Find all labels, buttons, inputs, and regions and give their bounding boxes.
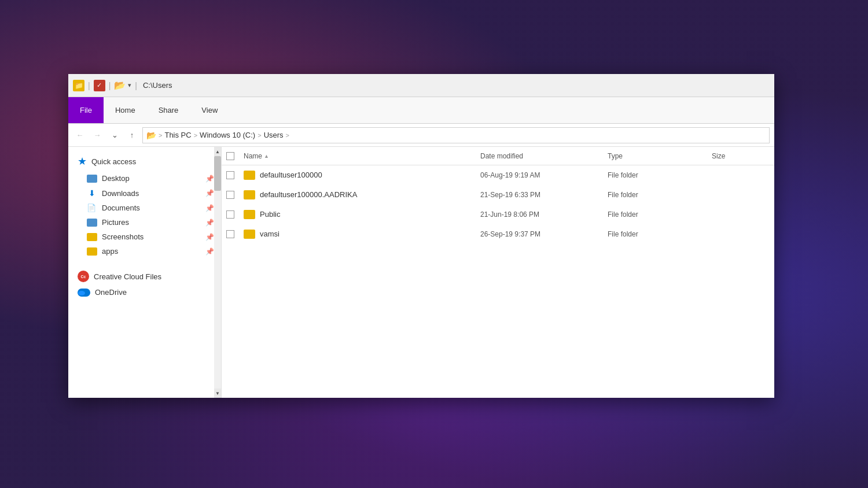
breadcrumb-sep-2: > <box>194 132 197 139</box>
documents-pin-icon: 📌 <box>205 204 214 212</box>
tab-share[interactable]: Share <box>147 97 190 123</box>
sidebar-scroll-thumb[interactable] <box>214 156 221 191</box>
header-name-col: Name ▲ <box>244 152 480 160</box>
title-separator-3: | <box>135 81 137 90</box>
sidebar-item-creative-cloud-label: Creative Cloud Files <box>94 272 161 281</box>
select-all-checkbox[interactable] <box>226 152 234 160</box>
up-button[interactable]: ↑ <box>125 128 139 142</box>
sidebar-item-apps-label: apps <box>102 247 118 256</box>
star-icon: ★ <box>78 155 87 168</box>
sidebar-scroll-down[interactable]: ▼ <box>214 389 221 398</box>
row-1-name-col: defaultuser100000.AADRIKA <box>244 190 480 199</box>
recent-locations-button[interactable]: ⌄ <box>108 128 122 142</box>
header-date-col: Date modified <box>480 152 608 160</box>
row-3-folder-icon <box>244 230 255 239</box>
table-row[interactable]: vamsi 26-Sep-19 9:37 PM File folder <box>222 224 774 244</box>
sidebar-item-onedrive[interactable]: OneDrive <box>68 285 221 300</box>
row-0-checkbox[interactable] <box>226 171 234 179</box>
breadcrumb-this-pc[interactable]: This PC <box>164 131 191 139</box>
breadcrumb-drive[interactable]: Windows 10 (C:) <box>200 131 255 139</box>
sidebar-scrollbar-track: ▲ ▼ <box>214 147 221 398</box>
breadcrumb-folder-icon: 📂 <box>146 131 156 140</box>
type-column-header[interactable]: Type <box>608 152 712 160</box>
header-checkbox-col <box>226 152 244 160</box>
sidebar-item-desktop-label: Desktop <box>102 174 130 183</box>
sidebar-quick-access-header[interactable]: ★ Quick access <box>68 151 221 171</box>
row-0-date: 06-Aug-19 9:19 AM <box>480 171 608 179</box>
row-2-date: 21-Jun-19 8:06 PM <box>480 210 608 219</box>
title-bar: 📁 | ✓ | 📂 ▾ | C:\Users <box>68 74 774 97</box>
tab-file[interactable]: File <box>68 97 104 123</box>
row-0-type: File folder <box>608 171 712 179</box>
svg-text:Cc: Cc <box>81 275 86 279</box>
breadcrumb-users[interactable]: Users <box>264 131 284 139</box>
apps-folder-icon <box>87 247 97 256</box>
row-0-folder-icon <box>244 171 255 180</box>
row-2-checkbox[interactable] <box>226 210 234 219</box>
table-row[interactable]: defaultuser100000.AADRIKA 21-Sep-19 6:33… <box>222 185 774 205</box>
row-1-type: File folder <box>608 191 712 199</box>
row-checkbox-col-0 <box>226 171 244 179</box>
table-row[interactable]: Public 21-Jun-19 8:06 PM File folder <box>222 205 774 224</box>
title-folder-small-icon: 📂 <box>114 80 126 91</box>
tab-view[interactable]: View <box>190 97 229 123</box>
breadcrumb-sep-1: > <box>159 132 162 139</box>
title-folder-icon: 📁 <box>73 80 84 91</box>
sidebar-item-documents[interactable]: 📄 Documents 📌 <box>68 201 221 215</box>
breadcrumb-sep-4: > <box>286 132 289 139</box>
sidebar-item-screenshots-label: Screenshots <box>102 232 144 241</box>
row-1-checkbox[interactable] <box>226 191 234 199</box>
apps-pin-icon: 📌 <box>205 247 214 256</box>
row-2-name-col: Public <box>244 210 480 219</box>
tab-home[interactable]: Home <box>104 97 147 123</box>
row-3-date: 26-Sep-19 9:37 PM <box>480 230 608 238</box>
screenshots-folder-icon <box>87 233 97 241</box>
ribbon: File Home Share View <box>68 97 774 124</box>
downloads-arrow-icon: ⬇ <box>87 188 97 198</box>
sidebar-item-downloads-label: Downloads <box>102 189 139 198</box>
sidebar-item-documents-label: Documents <box>102 204 140 212</box>
sidebar-item-creative-cloud[interactable]: Cc Creative Cloud Files <box>68 268 221 285</box>
sidebar-scroll-up[interactable]: ▲ <box>214 147 221 156</box>
table-row[interactable]: defaultuser100000 06-Aug-19 9:19 AM File… <box>222 165 774 185</box>
row-3-type: File folder <box>608 230 712 238</box>
title-separator-2: | <box>109 81 111 90</box>
sidebar-item-downloads[interactable]: ⬇ Downloads 📌 <box>68 186 221 201</box>
sidebar-item-pictures[interactable]: Pictures 📌 <box>68 215 221 230</box>
name-column-header[interactable]: Name ▲ <box>244 152 269 160</box>
sidebar-item-apps[interactable]: apps 📌 <box>68 244 221 258</box>
screenshots-pin-icon: 📌 <box>205 233 214 241</box>
explorer-window: 📁 | ✓ | 📂 ▾ | C:\Users File Home Share V… <box>68 74 774 398</box>
name-sort-arrow: ▲ <box>264 153 269 159</box>
row-3-name: vamsi <box>260 230 279 238</box>
title-separator-1: | <box>88 81 90 90</box>
pictures-folder-icon <box>87 219 97 227</box>
row-checkbox-col-3 <box>226 230 244 238</box>
date-column-header[interactable]: Date modified <box>480 152 608 160</box>
title-path: C:\Users <box>143 81 172 90</box>
title-checkmark-icon: ✓ <box>94 80 105 91</box>
main-area: ★ Quick access Desktop 📌 ⬇ Downloads 📌 📄… <box>68 147 774 398</box>
sidebar-quick-access-label: Quick access <box>91 157 136 166</box>
desktop-pin-icon: 📌 <box>205 175 214 183</box>
row-2-type: File folder <box>608 210 712 219</box>
onedrive-icon <box>78 289 90 297</box>
pictures-pin-icon: 📌 <box>205 219 214 227</box>
sidebar-item-desktop[interactable]: Desktop 📌 <box>68 171 221 186</box>
row-checkbox-col-1 <box>226 191 244 199</box>
row-2-name: Public <box>260 210 280 219</box>
sidebar-item-onedrive-label: OneDrive <box>95 288 127 297</box>
forward-button[interactable]: → <box>90 128 104 142</box>
breadcrumb-bar[interactable]: 📂 > This PC > Windows 10 (C:) > Users > <box>142 127 770 143</box>
size-column-header[interactable]: Size <box>712 152 770 160</box>
row-1-folder-icon <box>244 190 255 199</box>
header-type-col: Type <box>608 152 712 160</box>
back-button[interactable]: ← <box>73 128 87 142</box>
row-2-folder-icon <box>244 210 255 219</box>
row-3-checkbox[interactable] <box>226 230 234 238</box>
sidebar-item-screenshots[interactable]: Screenshots 📌 <box>68 230 221 244</box>
header-size-col: Size <box>712 152 770 160</box>
file-list-header: Name ▲ Date modified Type Size <box>222 147 774 165</box>
documents-icon: 📄 <box>87 204 97 212</box>
title-dropdown-icon: ▾ <box>128 82 131 89</box>
